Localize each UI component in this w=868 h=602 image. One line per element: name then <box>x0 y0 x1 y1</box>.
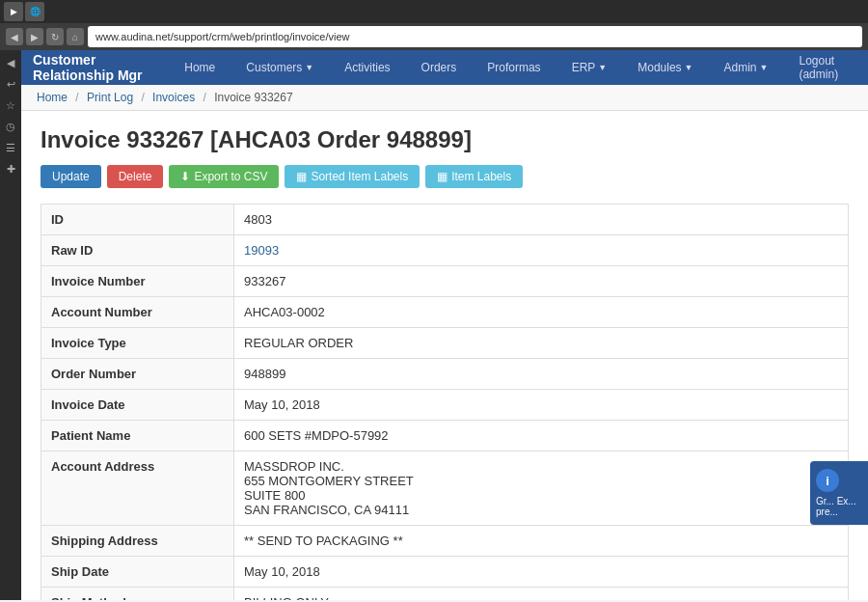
field-label-id: ID <box>41 205 234 235</box>
field-value-raw-id: 19093 <box>234 235 849 266</box>
field-value-invoice-date: May 10, 2018 <box>234 390 849 421</box>
modules-dropdown-arrow: ▼ <box>685 63 693 72</box>
field-label-account-address: Account Address <box>41 452 234 526</box>
field-value-patient-name: 600 SETS #MDPO-57992 <box>234 421 849 452</box>
field-label-invoice-date: Invoice Date <box>41 390 234 421</box>
erp-dropdown-arrow: ▼ <box>598 63 607 72</box>
sorted-labels-button[interactable]: ▦ Sorted Item Labels <box>285 165 420 188</box>
field-value-invoice-type: REGULAR ORDER <box>234 328 849 359</box>
left-sidebar: ◀ ↩ ☆ ◷ ☰ ✚ <box>0 50 21 600</box>
nav-home[interactable]: Home <box>178 57 221 78</box>
breadcrumb-invoices[interactable]: Invoices <box>152 91 195 104</box>
field-label-account-number: Account Number <box>41 297 234 328</box>
field-value-ship-method: BILLING ONLY <box>234 588 849 601</box>
table-row: Invoice Type REGULAR ORDER <box>41 328 849 359</box>
address-bar[interactable] <box>88 26 862 47</box>
back-button[interactable]: ◀ <box>6 28 23 45</box>
table-row: Raw ID 19093 <box>41 235 849 266</box>
brand-label: Customer Relationship Mgr <box>33 52 149 83</box>
field-label-order-number: Order Number <box>41 359 234 390</box>
nav-admin[interactable]: Admin ▼ <box>719 57 774 78</box>
field-value-invoice-number: 933267 <box>234 266 849 297</box>
raw-id-link[interactable]: 19093 <box>244 243 279 258</box>
field-label-invoice-number: Invoice Number <box>41 266 234 297</box>
main-content: Customer Relationship Mgr Home Customers… <box>21 50 868 600</box>
field-value-shipping-address: ** SEND TO PACKAGING ** <box>234 526 849 557</box>
field-value-order-number: 948899 <box>234 359 849 390</box>
sidebar-icon-2[interactable]: ↩ <box>2 75 19 93</box>
delete-button[interactable]: Delete <box>107 165 164 188</box>
field-label-raw-id: Raw ID <box>41 235 234 266</box>
sidebar-icon-4[interactable]: ◷ <box>2 118 19 135</box>
table-row: Account Address MASSDROP INC. 655 MONTGO… <box>41 452 849 526</box>
table-row: Shipping Address ** SEND TO PACKAGING ** <box>41 526 849 557</box>
forward-button[interactable]: ▶ <box>26 28 43 45</box>
sidebar-icon-5[interactable]: ☰ <box>2 139 19 156</box>
hint-text: Gr... Ex... pre... <box>816 496 862 517</box>
table-row: Patient Name 600 SETS #MDPO-57992 <box>41 421 849 452</box>
field-label-ship-date: Ship Date <box>41 557 234 588</box>
nav-activities[interactable]: Activities <box>339 57 395 78</box>
table-row: Invoice Date May 10, 2018 <box>41 390 849 421</box>
nav-orders[interactable]: Orders <box>416 57 463 78</box>
sidebar-icon-3[interactable]: ☆ <box>2 96 19 114</box>
taskbar: ▶ 🌐 <box>0 0 868 23</box>
table-row: Account Number AHCA03-0002 <box>41 297 849 328</box>
barcode-icon: ▦ <box>296 170 307 183</box>
page-title: Invoice 933267 [AHCA03 Order 948899] <box>41 126 849 153</box>
hint-panel: i Gr... Ex... pre... <box>810 461 868 525</box>
nav-logout[interactable]: Logout (admin) <box>793 50 856 85</box>
field-value-account-address: MASSDROP INC. 655 MONTGOMERY STREET SUIT… <box>234 452 849 526</box>
action-buttons: Update Delete ⬇ Export to CSV ▦ Sorted I… <box>41 165 849 188</box>
page-body: Invoice 933267 [AHCA03 Order 948899] Upd… <box>21 111 868 600</box>
field-value-id: 4803 <box>234 205 849 235</box>
app-wrapper: ◀ ↩ ☆ ◷ ☰ ✚ Customer Relationship Mgr Ho… <box>0 50 868 600</box>
nav-customers[interactable]: Customers ▼ <box>240 57 319 78</box>
export-csv-button[interactable]: ⬇ Export to CSV <box>169 165 279 188</box>
admin-dropdown-arrow: ▼ <box>760 63 769 72</box>
field-label-ship-method: Ship Method <box>41 588 234 601</box>
sidebar-icon-6[interactable]: ✚ <box>2 160 19 178</box>
home-button[interactable]: ⌂ <box>67 28 84 45</box>
item-labels-button[interactable]: ▦ Item Labels <box>425 165 523 188</box>
table-row: Ship Method BILLING ONLY <box>41 588 849 601</box>
customers-dropdown-arrow: ▼ <box>305 63 313 72</box>
detail-table: ID 4803 Raw ID 19093 Invoice Number 9332… <box>41 204 849 600</box>
taskbar-icon-2: 🌐 <box>25 2 44 21</box>
field-label-invoice-type: Invoice Type <box>41 328 234 359</box>
update-button[interactable]: Update <box>41 165 101 188</box>
table-row: Invoice Number 933267 <box>41 266 849 297</box>
reload-button[interactable]: ↻ <box>46 28 64 45</box>
table-row: ID 4803 <box>41 205 849 235</box>
top-nav: Customer Relationship Mgr Home Customers… <box>21 50 868 85</box>
label-icon: ▦ <box>437 170 448 183</box>
nav-modules[interactable]: Modules ▼ <box>632 57 698 78</box>
table-row: Order Number 948899 <box>41 359 849 390</box>
nav-proformas[interactable]: Proformas <box>481 57 546 78</box>
field-value-ship-date: May 10, 2018 <box>234 557 849 588</box>
breadcrumb: Home / Print Log / Invoices / Invoice 93… <box>21 85 868 111</box>
field-label-shipping-address: Shipping Address <box>41 526 234 557</box>
breadcrumb-current: Invoice 933267 <box>214 91 292 104</box>
field-label-patient-name: Patient Name <box>41 421 234 452</box>
taskbar-icon-1: ▶ <box>4 2 23 21</box>
breadcrumb-printlog[interactable]: Print Log <box>87 91 133 104</box>
field-value-account-number: AHCA03-0002 <box>234 297 849 328</box>
table-row: Ship Date May 10, 2018 <box>41 557 849 588</box>
breadcrumb-home[interactable]: Home <box>37 91 68 104</box>
hint-icon: i <box>816 469 839 492</box>
nav-erp[interactable]: ERP ▼ <box>566 57 613 78</box>
download-icon: ⬇ <box>180 170 190 183</box>
sidebar-icon-1[interactable]: ◀ <box>2 54 19 71</box>
